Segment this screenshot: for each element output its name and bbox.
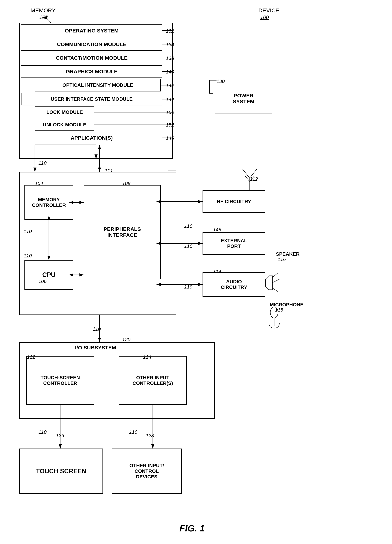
ui-state-module-box: USER INTERFACE STATE MODULE — [21, 93, 162, 105]
num-138: 138 — [166, 55, 174, 61]
audio-circuitry-box: AUDIO CIRCUITRY — [202, 272, 265, 297]
num-140: 140 — [166, 69, 174, 75]
num-114: 114 — [213, 269, 221, 274]
num-130: 130 — [217, 78, 225, 84]
num-152: 152 — [166, 122, 174, 128]
num-110a: 110 — [38, 160, 47, 166]
num-104: 104 — [35, 181, 43, 186]
num-124: 124 — [143, 354, 151, 360]
memory-num: 102 — [39, 14, 48, 20]
svg-marker-35 — [265, 276, 272, 290]
speaker-label: SPEAKER — [276, 251, 299, 257]
num-110-ext: 110 — [184, 243, 192, 249]
svg-line-38 — [272, 288, 278, 291]
contact-motion-module-box: CONTACT/MOTION MODULE — [21, 52, 162, 64]
communication-module-box: COMMUNICATION MODULE — [21, 38, 162, 51]
svg-line-37 — [272, 279, 279, 283]
power-system-box: POWER SYSTEM — [215, 84, 272, 113]
num-110b: 110 — [24, 229, 32, 234]
num-144: 144 — [166, 97, 174, 102]
other-input-control-devices-box: OTHER INPUT/ CONTROL DEVICES — [112, 449, 182, 494]
num-150: 150 — [166, 110, 174, 115]
memory-label: MEMORY — [30, 7, 55, 14]
num-128: 128 — [146, 433, 154, 438]
optical-intensity-module-box: OPTICAL INTENSITY MODULE — [35, 79, 161, 91]
other-input-controllers-box: OTHER INPUT CONTROLLER(S) — [119, 356, 187, 405]
svg-line-33 — [245, 176, 250, 182]
num-148: 148 — [213, 227, 221, 232]
num-120: 120 — [122, 337, 131, 343]
num-134: 134 — [166, 42, 174, 47]
num-122: 122 — [27, 354, 35, 360]
num-108: 108 — [122, 181, 131, 186]
num-132: 132 — [166, 28, 174, 34]
num-116: 116 — [278, 257, 286, 262]
num-110g: 110 — [129, 429, 137, 435]
device-num: 100 — [260, 14, 269, 20]
num-146: 146 — [166, 136, 174, 141]
unlock-module-box: UNLOCK MODULE — [35, 119, 94, 130]
cpu-box: CPU — [24, 260, 73, 290]
num-112: 112 — [250, 176, 258, 182]
svg-line-36 — [272, 273, 278, 278]
touch-screen-controller-box: TOUCH-SCREEN CONTROLLER — [26, 356, 94, 405]
num-106: 106 — [38, 278, 47, 284]
external-port-box: EXTERNAL PORT — [202, 232, 265, 255]
num-110-audio: 110 — [184, 284, 192, 290]
num-142: 142 — [166, 83, 174, 88]
svg-line-31 — [243, 169, 250, 178]
lock-module-box: LOCK MODULE — [35, 106, 94, 118]
memory-controller-box: MEMORY CONTROLLER — [24, 185, 73, 220]
device-label: DEVICE — [258, 7, 279, 14]
num-110e: 110 — [93, 326, 101, 332]
peripherals-interface-box: PERIPHERALS INTERFACE — [84, 185, 161, 279]
io-subsystem-label: I/O SUBSYSTEM — [75, 345, 116, 351]
num-118: 118 — [275, 307, 283, 313]
rf-circuitry-box: RF CIRCUITRY — [202, 190, 265, 213]
num-110c: 110 — [24, 253, 32, 259]
microphone-label: MICROPHONE — [270, 302, 303, 307]
num-111: 111 — [105, 168, 113, 173]
num-110f: 110 — [38, 429, 47, 435]
graphics-module-box: GRAPHICS MODULE — [21, 65, 162, 78]
applications-box: APPLICATION(S) — [21, 132, 162, 144]
operating-system-box: OPERATING SYSTEM — [21, 24, 162, 37]
fig-label: FIG. 1 — [131, 523, 253, 533]
touch-screen-box: TOUCH SCREEN — [19, 449, 103, 494]
num-110d: 110 — [184, 223, 192, 229]
num-126: 126 — [56, 433, 64, 438]
